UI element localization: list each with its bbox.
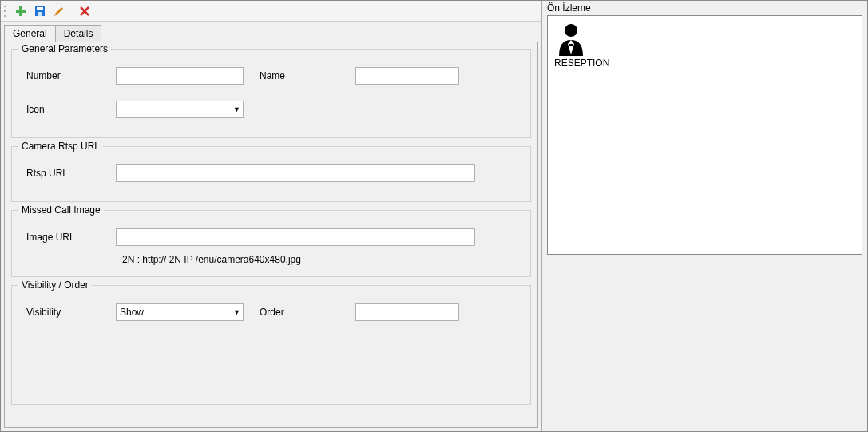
group-visibility-order: Visibility / Order Visibility ▼ Order <box>11 285 531 405</box>
save-button[interactable] <box>31 2 49 20</box>
preview-item-label: RESEPTION <box>554 57 609 69</box>
tab-area: General Details General Parameters Numbe… <box>1 22 541 431</box>
person-suit-icon <box>554 22 588 56</box>
group-missed-call: Missed Call Image Image URL 2N : http://… <box>11 210 531 277</box>
left-panel: General Details General Parameters Numbe… <box>1 1 542 431</box>
app-window: General Details General Parameters Numbe… <box>0 0 868 432</box>
name-label: Name <box>244 70 355 81</box>
svg-rect-4 <box>38 12 42 16</box>
icon-dropdown[interactable]: ▼ <box>116 101 244 118</box>
preview-title: Ön İzleme <box>542 1 867 15</box>
rtsp-url-label: Rtsp URL <box>20 168 116 179</box>
group-general-parameters: General Parameters Number Name Icon ▼ <box>11 49 531 138</box>
tab-strip: General Details <box>4 25 538 42</box>
image-url-field[interactable] <box>116 228 475 246</box>
edit-button[interactable] <box>50 2 68 20</box>
tab-details[interactable]: Details <box>55 25 102 42</box>
svg-point-9 <box>565 24 577 37</box>
image-url-hint: 2N : http:// 2N IP /enu/camera640x480.jp… <box>122 254 522 265</box>
order-label: Order <box>244 307 355 318</box>
visibility-dropdown-value[interactable] <box>116 303 244 321</box>
x-icon <box>79 6 90 17</box>
icon-label: Icon <box>20 104 116 115</box>
number-label: Number <box>20 70 116 81</box>
plus-icon <box>15 6 26 17</box>
right-panel: Ön İzleme RESEPTION <box>542 1 867 431</box>
rtsp-url-field[interactable] <box>116 164 475 182</box>
name-field[interactable] <box>355 67 459 85</box>
visibility-dropdown[interactable]: ▼ <box>116 303 244 321</box>
visibility-label: Visibility <box>20 307 116 318</box>
icon-dropdown-value[interactable] <box>116 101 244 118</box>
add-button[interactable] <box>12 2 30 20</box>
group-camera-rtsp: Camera Rtsp URL Rtsp URL <box>11 146 531 202</box>
preview-box: RESEPTION <box>547 15 862 255</box>
group-title: General Parameters <box>18 43 111 54</box>
svg-rect-3 <box>37 7 43 10</box>
order-field[interactable] <box>355 303 459 321</box>
svg-marker-11 <box>569 44 573 46</box>
group-title: Missed Call Image <box>18 204 104 216</box>
pencil-icon <box>54 6 65 17</box>
toolbar-grip <box>4 4 9 18</box>
svg-marker-6 <box>54 15 55 16</box>
tab-content-general: General Parameters Number Name Icon ▼ <box>4 42 538 428</box>
image-url-label: Image URL <box>20 232 116 243</box>
number-field[interactable] <box>116 67 244 85</box>
svg-rect-1 <box>16 10 26 13</box>
svg-marker-5 <box>55 7 63 15</box>
group-title: Visibility / Order <box>18 279 92 291</box>
delete-button[interactable] <box>76 2 93 20</box>
toolbar <box>1 1 541 22</box>
group-title: Camera Rtsp URL <box>18 141 103 152</box>
tab-general[interactable]: General <box>4 25 56 42</box>
disk-icon <box>34 6 46 17</box>
